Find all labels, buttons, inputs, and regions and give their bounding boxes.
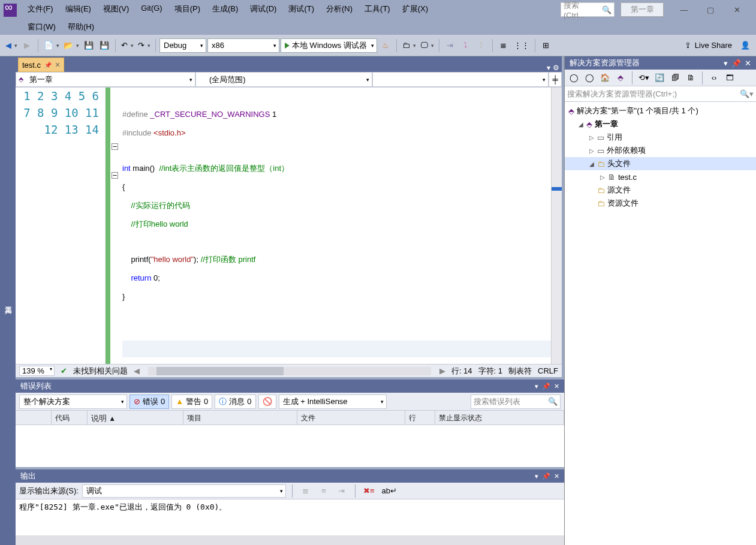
tree-external-deps[interactable]: ▷▭外部依赖项: [565, 144, 756, 157]
horizontal-scrollbar[interactable]: [148, 367, 431, 375]
out-btn-1[interactable]: ≣: [299, 484, 313, 498]
col-project[interactable]: 项目: [183, 411, 297, 424]
collapse-icon[interactable]: 🗐: [668, 71, 682, 85]
tbtn-1[interactable]: 🗀: [400, 38, 417, 53]
warnings-filter[interactable]: ▲警告0: [171, 395, 212, 409]
col-desc[interactable]: 说明 ▲: [88, 411, 183, 424]
code-content[interactable]: #define _CRT_SECURE_NO_WARNINGS 1 #inclu…: [121, 88, 551, 364]
menu-analyze[interactable]: 分析(N): [320, 0, 359, 18]
menu-help[interactable]: 帮助(H): [62, 18, 100, 36]
close-icon[interactable]: ✕: [554, 383, 559, 390]
tab-test-c[interactable]: test.c 📌 ×: [18, 58, 64, 72]
panel-dropdown-icon[interactable]: ▾: [535, 472, 538, 480]
indent-icon[interactable]: ≣: [496, 38, 511, 53]
menu-git[interactable]: Git(G): [135, 0, 168, 18]
fold-toggle-block[interactable]: −: [112, 172, 118, 179]
nav-forward-button[interactable]: ▶: [20, 38, 34, 53]
panel-dropdown-icon[interactable]: ▾: [724, 59, 728, 68]
open-button[interactable]: 📂: [62, 38, 80, 53]
menu-extensions[interactable]: 扩展(X): [396, 0, 434, 18]
pin-icon[interactable]: 📌: [542, 383, 550, 390]
step-over-icon[interactable]: ⤵: [459, 38, 473, 53]
errors-filter[interactable]: ⊘错误0: [129, 395, 169, 409]
menu-tools[interactable]: 工具(T): [359, 0, 396, 18]
menu-edit[interactable]: 编辑(E): [59, 0, 97, 18]
tree-source[interactable]: 🗀源文件: [565, 183, 756, 197]
col-indicator[interactable]: 字符: 1: [478, 366, 502, 377]
menu-file[interactable]: 文件(F): [22, 0, 59, 18]
scope-combo[interactable]: ⬘第一章: [16, 72, 195, 87]
close-button[interactable]: ✕: [724, 2, 750, 17]
messages-filter[interactable]: ⓘ消息0: [215, 395, 255, 409]
member-combo[interactable]: [372, 72, 549, 87]
tree-project[interactable]: ◢⬘第一章: [565, 118, 756, 131]
minimize-button[interactable]: —: [671, 2, 697, 17]
panel-dropdown-icon[interactable]: ▾: [535, 383, 538, 390]
menu-project[interactable]: 项目(P): [168, 0, 206, 18]
properties-icon[interactable]: ‹›: [707, 71, 721, 85]
global-search-input[interactable]: 搜索 (Ctrl... 🔍: [561, 2, 615, 17]
undo-button[interactable]: ↶: [119, 38, 135, 53]
menu-test[interactable]: 测试(T): [282, 0, 320, 18]
preview-icon[interactable]: 🗔: [723, 71, 736, 85]
new-project-button[interactable]: 📄: [42, 38, 61, 53]
tabs-indicator[interactable]: 制表符: [508, 366, 532, 377]
close-icon[interactable]: ✕: [554, 472, 559, 480]
hot-reload-icon[interactable]: ♨: [378, 38, 393, 53]
scope-filter-combo[interactable]: 整个解决方案: [19, 395, 127, 409]
save-button[interactable]: 💾: [82, 38, 96, 53]
start-debug-button[interactable]: 本地 Windows 调试器: [281, 38, 377, 53]
clear-filter[interactable]: 🚫: [258, 395, 276, 409]
close-tab-icon[interactable]: ×: [55, 60, 60, 70]
tree-headers[interactable]: ◢🗀头文件: [565, 157, 756, 170]
col-file[interactable]: 文件: [297, 411, 405, 424]
fold-toggle-main[interactable]: −: [112, 143, 118, 150]
comment-icon[interactable]: ⋮⋮: [512, 38, 531, 53]
step-out-icon[interactable]: ⤴: [474, 38, 489, 53]
wrap-icon[interactable]: ab↵: [380, 484, 399, 498]
tree-solution-root[interactable]: ⬘解决方案"第一章"(1 个项目/共 1 个): [565, 104, 756, 118]
output-source-combo[interactable]: 调试: [82, 484, 286, 498]
tree-file-test-c[interactable]: ▷🗎test.c: [565, 170, 756, 183]
pin-icon[interactable]: 📌: [44, 62, 52, 68]
error-search-input[interactable]: 搜索错误列表🔍: [471, 395, 561, 409]
fwd-icon[interactable]: ◯: [583, 71, 596, 85]
solution-title-box[interactable]: 第一章: [621, 2, 664, 17]
show-all-icon[interactable]: 🗎: [684, 71, 697, 85]
platform-combo[interactable]: x86: [207, 38, 279, 53]
split-icon[interactable]: ╪: [549, 72, 562, 87]
out-btn-2[interactable]: ≡: [317, 484, 331, 498]
tree-references[interactable]: ▷▭引用: [565, 131, 756, 144]
maximize-button[interactable]: ▢: [697, 2, 724, 17]
output-header[interactable]: 输出 ▾📌✕: [16, 469, 564, 483]
tbtn-2[interactable]: 🖵: [418, 38, 435, 53]
refresh-icon[interactable]: 🔄: [653, 71, 666, 85]
doc-gear-icon[interactable]: ⚙: [553, 64, 559, 72]
live-share-button[interactable]: ⇪ Live Share: [680, 41, 737, 50]
global-scope-combo[interactable]: (全局范围): [195, 72, 372, 87]
config-combo[interactable]: Debug: [159, 38, 206, 53]
solution-explorer-header[interactable]: 解决方案资源管理器 ▾📌✕: [565, 56, 756, 70]
out-btn-3[interactable]: ⇥: [335, 484, 349, 498]
sync-icon[interactable]: ⟲▾: [637, 71, 650, 85]
step-into-icon[interactable]: ⇥: [443, 38, 457, 53]
format-icon[interactable]: ⊞: [539, 38, 553, 53]
line-indicator[interactable]: 行: 14: [451, 366, 472, 377]
col-code[interactable]: 代码: [52, 411, 88, 424]
feedback-icon[interactable]: 👤: [738, 38, 752, 53]
tree-resource[interactable]: 🗀资源文件: [565, 197, 756, 210]
error-list-header[interactable]: 错误列表 ▾📌✕: [16, 380, 564, 393]
nav-back-button[interactable]: ◀: [4, 38, 19, 53]
output-text[interactable]: 程序"[8252] 第一章.exe"已退出，返回值为 0 (0x0)。: [16, 499, 564, 535]
menu-debug[interactable]: 调试(D): [244, 0, 282, 18]
source-combo[interactable]: 生成 + IntelliSense: [279, 395, 387, 409]
save-all-button[interactable]: 💾: [97, 38, 112, 53]
clear-output-icon[interactable]: ✖≡: [362, 484, 377, 498]
home-icon[interactable]: 🏠: [598, 71, 612, 85]
output-hscroll[interactable]: [16, 535, 564, 545]
redo-button[interactable]: ↷: [136, 38, 152, 53]
toolbox-side-tab[interactable]: 工具箱: [0, 56, 16, 545]
col-suppress[interactable]: 禁止显示状态: [435, 411, 564, 424]
solution-search-input[interactable]: 搜索解决方案资源管理器(Ctrl+;)🔍▾: [565, 86, 756, 102]
pin-icon[interactable]: 📌: [542, 472, 550, 480]
